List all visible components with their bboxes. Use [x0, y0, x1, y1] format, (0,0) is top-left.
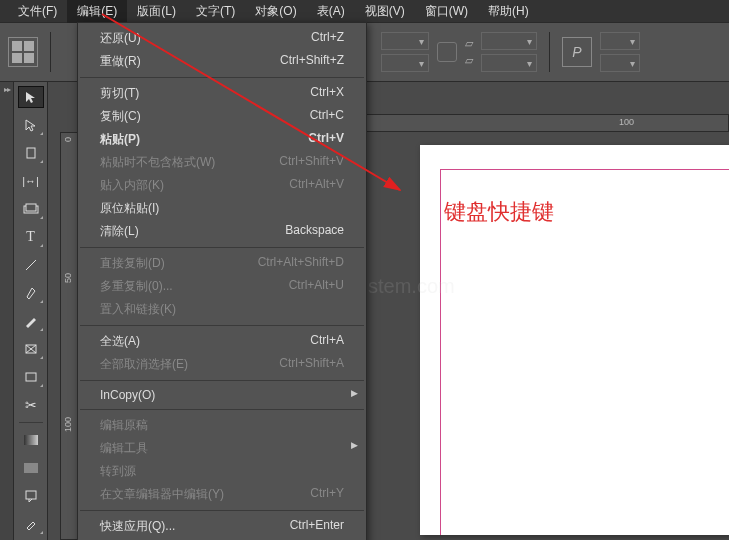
dropdown-e[interactable]: ▾	[600, 32, 640, 50]
menu-item-l[interactable]: 清除(L)Backspace	[78, 220, 366, 243]
menu-layout[interactable]: 版面(L)	[127, 0, 186, 23]
rectangle-tool[interactable]	[18, 366, 44, 388]
menu-object[interactable]: 对象(O)	[245, 0, 306, 23]
menu-item-y: 在文章编辑器中编辑(Y)Ctrl+Y	[78, 483, 366, 506]
divider	[549, 32, 550, 72]
menu-item-u[interactable]: 还原(U)Ctrl+Z	[78, 27, 366, 50]
dropdown-a[interactable]: ▾	[381, 32, 429, 50]
expand-arrows-icon: ▸▸	[0, 82, 13, 94]
pencil-tool[interactable]	[18, 310, 44, 332]
menu-separator	[80, 380, 364, 381]
ruler-tick: 0	[63, 137, 73, 142]
svg-rect-10	[26, 491, 36, 499]
svg-rect-9	[24, 463, 38, 473]
eyedropper-tool[interactable]	[18, 513, 44, 535]
page-text-content[interactable]: 键盘快捷键	[444, 197, 554, 227]
dropdown-d[interactable]: ▾	[481, 54, 537, 72]
note-tool[interactable]	[18, 485, 44, 507]
menu-item-w: 粘贴时不包含格式(W)Ctrl+Shift+V	[78, 151, 366, 174]
menu-separator	[80, 77, 364, 78]
rectangle-frame-tool[interactable]	[18, 338, 44, 360]
menu-item-k: 贴入内部(K)Ctrl+Alt+V	[78, 174, 366, 197]
svg-rect-2	[26, 204, 36, 211]
menu-window[interactable]: 窗口(W)	[415, 0, 478, 23]
menu-separator	[80, 409, 364, 410]
scissors-tool[interactable]: ✂	[18, 394, 44, 416]
gradient-swatch-tool[interactable]	[18, 429, 44, 451]
menu-item-d: 直接复制(D)Ctrl+Alt+Shift+D	[78, 252, 366, 275]
svg-rect-0	[27, 148, 35, 158]
dropdown-f[interactable]: ▾	[600, 54, 640, 72]
link-icon[interactable]	[437, 42, 457, 62]
menu-separator	[80, 247, 364, 248]
type-tool[interactable]: T	[18, 226, 44, 248]
menu-item-t[interactable]: 剪切(T)Ctrl+X	[78, 82, 366, 105]
menubar: 文件(F) 编辑(E) 版面(L) 文字(T) 对象(O) 表(A) 视图(V)…	[0, 0, 729, 22]
menu-file[interactable]: 文件(F)	[8, 0, 67, 23]
menu-view[interactable]: 视图(V)	[355, 0, 415, 23]
menu-item-e: 全部取消选择(E)Ctrl+Shift+A	[78, 353, 366, 376]
menu-item-0: 多重复制(0)...Ctrl+Alt+U	[78, 275, 366, 298]
svg-line-3	[26, 260, 36, 270]
selection-tool[interactable]	[18, 86, 44, 108]
menu-edit[interactable]: 编辑(E)	[67, 0, 127, 23]
menu-item-: 转到源	[78, 460, 366, 483]
page-tool[interactable]	[18, 142, 44, 164]
menu-item-: 编辑原稿	[78, 414, 366, 437]
ruler-vertical[interactable]: 0 50 100 150	[60, 132, 78, 540]
ruler-tick: 50	[63, 273, 73, 283]
menu-separator	[80, 325, 364, 326]
ruler-tick: 100	[63, 417, 73, 432]
menu-item-r[interactable]: 重做(R)Ctrl+Shift+Z	[78, 50, 366, 73]
direct-selection-tool[interactable]	[18, 114, 44, 136]
paragraph-p-icon[interactable]: P	[562, 37, 592, 67]
menu-item-k: 置入和链接(K)	[78, 298, 366, 321]
menu-item-a[interactable]: 全选(A)Ctrl+A	[78, 330, 366, 353]
parallelogram-b-icon[interactable]: ▱	[465, 54, 473, 67]
menu-table[interactable]: 表(A)	[307, 0, 355, 23]
menu-text[interactable]: 文字(T)	[186, 0, 245, 23]
pen-tool[interactable]	[18, 282, 44, 304]
gradient-feather-tool[interactable]	[18, 457, 44, 479]
ruler-tick: 100	[619, 117, 634, 127]
edit-dropdown-menu: 还原(U)Ctrl+Z重做(R)Ctrl+Shift+Z剪切(T)Ctrl+X复…	[77, 22, 367, 540]
tool-separator	[19, 422, 43, 423]
tools-panel: |↔| T ✂	[14, 82, 48, 540]
svg-rect-7	[26, 373, 36, 381]
divider	[50, 32, 51, 72]
menu-item-incopyo[interactable]: InCopy(O)▶	[78, 385, 366, 405]
gap-tool[interactable]: |↔|	[18, 170, 44, 192]
menu-item-: 编辑工具▶	[78, 437, 366, 460]
dropdown-b[interactable]: ▾	[381, 54, 429, 72]
parallelogram-a-icon[interactable]: ▱	[465, 37, 473, 50]
svg-rect-8	[24, 435, 38, 445]
dropdown-c[interactable]: ▾	[481, 32, 537, 50]
menu-item-q[interactable]: 快速应用(Q)...Ctrl+Enter	[78, 515, 366, 538]
menu-item-c[interactable]: 复制(C)Ctrl+C	[78, 105, 366, 128]
panel-collapse-strip[interactable]: ▸▸	[0, 82, 14, 540]
content-collector-tool[interactable]	[18, 198, 44, 220]
line-tool[interactable]	[18, 254, 44, 276]
document-page[interactable]: 键盘快捷键	[420, 145, 729, 535]
menu-help[interactable]: 帮助(H)	[478, 0, 539, 23]
grid-icon[interactable]	[8, 37, 38, 67]
menu-item-p[interactable]: 粘贴(P)Ctrl+V	[78, 128, 366, 151]
menu-separator	[80, 510, 364, 511]
menu-item-i[interactable]: 原位粘贴(I)	[78, 197, 366, 220]
